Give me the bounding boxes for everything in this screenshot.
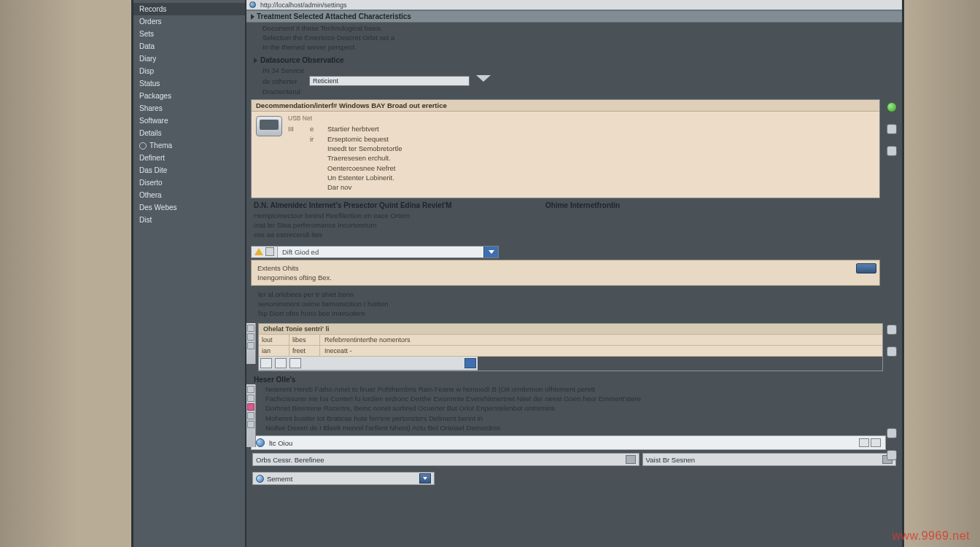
sidebar-item-othera[interactable]: Othera [133, 189, 245, 201]
tool-gutter-2 [246, 384, 256, 447]
command-input[interactable]: Dift Giod ed [278, 247, 483, 257]
text-line: ess aa escrecendi ites [254, 230, 502, 240]
watermark: www.9969.net [892, 529, 970, 543]
action-icon[interactable] [887, 450, 897, 460]
text-line: Noifee Dexert de I Bleelt menrel l'arfie… [265, 423, 895, 432]
address-text: http://localhost/admin/settings [260, 1, 347, 9]
panel-subtitle: USB Net [288, 115, 875, 123]
text-line: Neterent Hereb Fatho Amet to firuer Poht… [265, 384, 895, 394]
info-panel: Decommendation/interf# Windows BAY Broad… [251, 99, 880, 198]
panel-row: irErseptomic bequest [288, 134, 875, 144]
bar-button[interactable] [859, 438, 869, 447]
bar-button[interactable] [871, 438, 881, 447]
obs-row1-label: IN 34 Service [262, 66, 306, 74]
sidebar-item-shares[interactable]: Shares [133, 102, 245, 115]
action-icon[interactable] [887, 346, 897, 357]
text-line: Mohennt busiter tot Braticae hote fen'er… [265, 414, 895, 423]
sidebar-item-diary[interactable]: Diary [133, 53, 245, 65]
warning-icon [254, 248, 263, 255]
note-line: Inengomines ofting Bex. [257, 273, 874, 282]
intro-block: Document II these Technological basis. S… [246, 23, 902, 55]
panel-row: Ineedt ter Semobretortle [288, 144, 875, 153]
globe-icon [256, 475, 264, 483]
gutter-button[interactable] [247, 386, 254, 393]
gutter-button[interactable] [247, 325, 254, 332]
gutter-button[interactable] [247, 342, 254, 349]
pair-tool-button[interactable] [289, 358, 301, 368]
sidebar-item-details[interactable]: Details [133, 127, 245, 139]
chevron-right-icon[interactable] [254, 58, 257, 63]
chevron-down-icon [423, 477, 427, 480]
pair-toolbar [259, 357, 478, 371]
obs-dropdown[interactable]: Reticient [309, 76, 470, 86]
sidebar-item-software[interactable]: Software [133, 115, 245, 127]
sidebar-item-disp[interactable]: Disp [133, 65, 245, 77]
text-line: Hemptomectoor betind Reefilection en eac… [254, 212, 502, 221]
sidebar-item-definert[interactable]: Definert [133, 152, 245, 164]
sidebar-item-status[interactable]: Status [133, 77, 245, 90]
pair-tool-button[interactable] [275, 358, 287, 368]
command-input-bar: Dift Giod ed [251, 246, 499, 258]
globe-icon [249, 1, 256, 8]
sidebar-item-records[interactable]: Records [133, 3, 245, 15]
sidebar: Records Orders Sets Data Diary Disp Stat… [133, 0, 246, 547]
pair-tool-button[interactable] [260, 358, 272, 368]
chevron-right-icon[interactable] [251, 14, 254, 20]
sidebar-item-data[interactable]: Data [133, 40, 245, 53]
section-title: Treatment Selected Attached Characterist… [257, 12, 411, 20]
gutter-button[interactable] [247, 412, 254, 419]
sidebar-item-dist[interactable]: Dist [133, 214, 245, 226]
bottom-dropdown[interactable]: Sememt [252, 472, 435, 485]
gutter-button[interactable] [247, 333, 254, 341]
tool-button[interactable] [265, 247, 274, 256]
sidebar-item-diserto[interactable]: Diserto [133, 176, 245, 189]
mid-colB-title: Ohime Internetfrontin [545, 201, 620, 209]
bottom-left-select[interactable]: Orbs Cessr. Berefinee [252, 453, 639, 466]
pair-go-button[interactable] [464, 358, 476, 368]
text-line: Fachicissorer ine los Conterl fo lordien… [265, 394, 895, 403]
mid-colA-title: D.N. Almenidec Internet's Presector Quin… [254, 201, 502, 209]
chevron-down-icon [626, 455, 636, 464]
panel-row: Oentercoesnee Nefret [288, 163, 875, 173]
note-box: Extents Ohits Inengomines ofting Bex. [251, 260, 880, 287]
text-line: Dorhnet Birentene Rocertre, Beinc nonet … [265, 403, 895, 413]
panel-row: Un Estenter Lobinerit. [288, 173, 875, 182]
globe-icon [256, 438, 265, 447]
pair-header: Ohelat Tonie sentri' li [259, 324, 882, 335]
chevron-down-icon [489, 250, 494, 254]
pair-row[interactable]: lout libes Refebrrentinterthe nomentors [259, 335, 882, 346]
hsec-title: Heser Olle's [246, 373, 902, 384]
sidebar-item-dasdite[interactable]: Das Dite [133, 164, 245, 176]
disk-icon [256, 116, 282, 136]
obs-heading: Datasource Observatice [246, 55, 902, 66]
tool-gutter [246, 323, 256, 364]
bottom-right-select[interactable]: Vaist Br Sesnen [642, 453, 896, 466]
address-bar[interactable]: http://localhost/admin/settings [246, 0, 902, 10]
action-icon[interactable] [887, 124, 897, 134]
sidebar-item-orders[interactable]: Orders [133, 15, 245, 28]
sidebar-item-deswebes[interactable]: Des Webes [133, 201, 245, 214]
after-note-block: ler al.orlebees per tr shiet benn senoni… [246, 289, 902, 321]
sidebar-item-thema[interactable]: Thema [133, 139, 245, 152]
action-icon[interactable] [887, 325, 897, 335]
go-button[interactable] [483, 247, 498, 257]
panel-row: Dar nov [288, 182, 875, 192]
gear-icon [139, 142, 147, 150]
gutter-button[interactable] [247, 395, 254, 402]
note-action-button[interactable] [856, 263, 876, 274]
chevron-down-icon[interactable] [476, 75, 491, 82]
sidebar-item-sets[interactable]: Sets [133, 28, 245, 40]
pair-row[interactable]: ian freet Ineceatt - [259, 346, 882, 357]
panel-row: IIIeStartier herbtvert [288, 124, 875, 133]
dropdown-button[interactable] [419, 473, 431, 484]
gutter-button[interactable] [247, 421, 254, 428]
sidebar-item-packages[interactable]: Packages [133, 90, 245, 102]
text-line: Inat ler Stea perferomance Incorteretum [254, 221, 502, 230]
action-icon[interactable] [887, 146, 897, 156]
url-bar[interactable]: ltc Oiou [251, 435, 886, 450]
section-header: Treatment Selected Attached Characterist… [246, 10, 902, 23]
action-icon[interactable] [887, 428, 897, 438]
gutter-button-highlight[interactable] [247, 403, 254, 411]
obs-row1: IN 34 Service [246, 66, 902, 75]
obs-row2: de citherter Reticient [246, 75, 902, 87]
